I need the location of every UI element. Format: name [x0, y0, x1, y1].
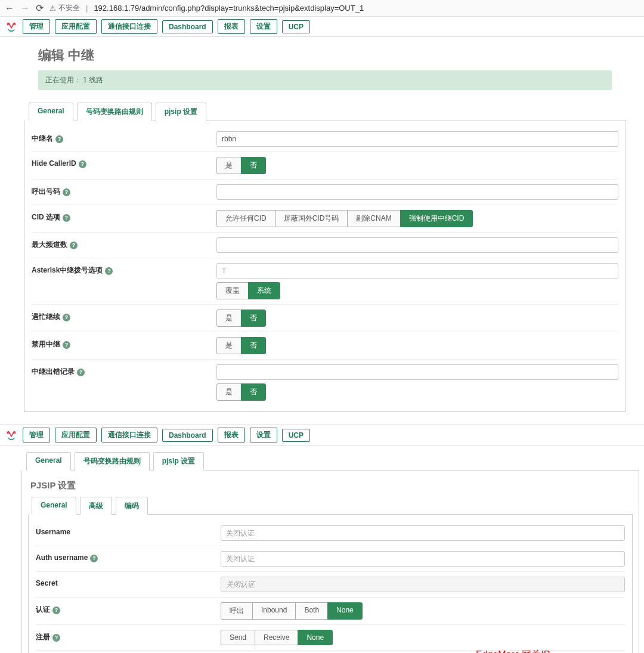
register-label: 注册: [36, 633, 50, 641]
secret-input: [221, 577, 625, 592]
topbar-lower: 管理 应用配置 通信接口连接 Dashboard 报表 设置 UCP: [0, 425, 644, 445]
nav-connectivity[interactable]: 通信接口连接: [101, 19, 157, 34]
in-use-banner: 正在使用： 1 线路: [38, 70, 612, 90]
pjsip-tab-general[interactable]: General: [32, 497, 76, 515]
auth-both[interactable]: Both: [295, 602, 328, 620]
continue-busy-yes[interactable]: 是: [216, 310, 242, 327]
help-icon[interactable]: ?: [63, 314, 70, 321]
trunk-name-input[interactable]: [216, 131, 618, 147]
register-send[interactable]: Send: [221, 630, 255, 645]
tab-general[interactable]: General: [29, 103, 73, 120]
topbar-upper: 管理 应用配置 通信接口连接 Dashboard 报表 设置 UCP: [0, 17, 644, 37]
forward-icon[interactable]: →: [20, 3, 30, 14]
secret-label: Secret: [36, 579, 58, 587]
auth-username-label: Auth username: [36, 553, 88, 562]
auth-inbound[interactable]: Inbound: [252, 602, 296, 620]
nav-settings[interactable]: 设置: [250, 19, 277, 34]
max-channels-input[interactable]: [216, 237, 618, 253]
hide-cid-label: Hide CallerID: [32, 159, 76, 168]
pjsip-tab-codecs[interactable]: 编码: [116, 497, 148, 515]
pjsip-panel: Username Auth username? Secret 认证? 呼出 In…: [28, 515, 633, 653]
pjsip-tab-advanced[interactable]: 高级: [80, 497, 112, 515]
username-label: Username: [36, 528, 70, 536]
tab-general-lower[interactable]: General: [26, 452, 71, 471]
tab-dialplan-lower[interactable]: 号码变换路由规则: [75, 452, 150, 471]
err-record-no[interactable]: 否: [241, 383, 266, 401]
dial-opts-label: Asterisk中继拨号选项: [32, 266, 103, 274]
nav-connectivity[interactable]: 通信接口连接: [101, 428, 157, 442]
help-icon[interactable]: ?: [79, 160, 86, 168]
trunk-name-label: 中继名: [32, 134, 53, 143]
continue-busy-toggle[interactable]: 是否: [216, 310, 266, 327]
hide-cid-toggle[interactable]: 是否: [216, 157, 266, 174]
hide-cid-no[interactable]: 否: [241, 157, 266, 174]
warning-icon: ⚠: [49, 4, 56, 13]
hide-cid-yes[interactable]: 是: [216, 157, 242, 174]
help-icon[interactable]: ?: [77, 369, 85, 376]
disable-trunk-toggle[interactable]: 是否: [216, 337, 266, 354]
register-none[interactable]: None: [298, 630, 333, 645]
err-record-toggle[interactable]: 是否: [216, 383, 266, 401]
out-cid-input[interactable]: [216, 184, 618, 200]
upper-section: 管理 应用配置 通信接口连接 Dashboard 报表 设置 UCP 编辑 中继…: [0, 17, 644, 424]
auth-none[interactable]: None: [327, 602, 363, 620]
annotation-edgemarc: EdgeMarc 网关IP: [476, 649, 550, 653]
register-receive[interactable]: Receive: [255, 630, 298, 645]
help-icon[interactable]: ?: [63, 188, 70, 196]
browser-bar: ← → ⟳ ⚠ 不安全 | 192.168.1.79/admin/config.…: [0, 0, 644, 17]
nav-settings[interactable]: 设置: [250, 428, 277, 442]
disable-trunk-no[interactable]: 否: [241, 337, 266, 354]
tab-pjsip-lower[interactable]: pjsip 设置: [153, 452, 204, 471]
register-group[interactable]: Send Receive None: [221, 630, 333, 645]
nav-dashboard[interactable]: Dashboard: [162, 429, 213, 442]
nav-admin[interactable]: 管理: [23, 428, 50, 442]
err-record-yes[interactable]: 是: [216, 383, 242, 401]
auth-group[interactable]: 呼出 Inbound Both None: [221, 602, 363, 620]
lower-section: 管理 应用配置 通信接口连接 Dashboard 报表 设置 UCP Gener…: [0, 424, 644, 653]
cid-opt-remove-cnam[interactable]: 剔除CNAM: [347, 210, 400, 227]
back-icon[interactable]: ←: [5, 3, 14, 14]
help-icon[interactable]: ?: [70, 242, 78, 249]
nav-app-config[interactable]: 应用配置: [55, 19, 97, 34]
cid-opt-force-trunk[interactable]: 强制使用中继CID: [400, 210, 473, 227]
username-input[interactable]: [221, 525, 625, 541]
dial-opt-system[interactable]: 系统: [248, 282, 280, 299]
help-icon[interactable]: ?: [55, 135, 63, 143]
nav-reports[interactable]: 报表: [218, 19, 245, 34]
tab-dialplan[interactable]: 号码变换路由规则: [77, 103, 152, 120]
nav-app-config[interactable]: 应用配置: [55, 428, 97, 442]
logo-icon: [5, 430, 18, 441]
tab-pjsip[interactable]: pjsip 设置: [156, 103, 206, 120]
auth-username-input[interactable]: [221, 551, 625, 567]
auth-outbound[interactable]: 呼出: [221, 602, 253, 620]
continue-busy-no[interactable]: 否: [241, 310, 266, 327]
cid-options-group[interactable]: 允许任何CID 屏蔽国外CID号码 剔除CNAM 强制使用中继CID: [216, 210, 473, 227]
help-icon[interactable]: ?: [52, 606, 60, 614]
url-text[interactable]: 192.168.1.79/admin/config.php?display=tr…: [94, 4, 364, 13]
reload-icon[interactable]: ⟳: [36, 2, 44, 14]
dial-opt-override[interactable]: 覆盖: [216, 282, 249, 299]
help-icon[interactable]: ?: [90, 555, 98, 562]
disable-trunk-yes[interactable]: 是: [216, 337, 242, 354]
err-record-label: 中继出错记录: [32, 367, 75, 376]
auth-label: 认证: [36, 605, 50, 614]
help-icon[interactable]: ?: [52, 634, 60, 642]
general-panel: 中继名? Hide CallerID? 是否 呼出号码? CID 选项? 允许任…: [24, 120, 626, 412]
insecure-label: 不安全: [58, 3, 80, 13]
dial-opts-input[interactable]: [216, 263, 618, 278]
help-icon[interactable]: ?: [105, 267, 113, 275]
cid-opt-allow-any[interactable]: 允许任何CID: [216, 210, 275, 227]
nav-ucp[interactable]: UCP: [282, 429, 310, 442]
insecure-badge: ⚠ 不安全: [49, 3, 80, 13]
main-tabs: General 号码变换路由规则 pjsip 设置: [29, 102, 626, 120]
nav-dashboard[interactable]: Dashboard: [162, 20, 213, 33]
help-icon[interactable]: ?: [63, 214, 70, 222]
err-record-input[interactable]: [216, 364, 618, 380]
dial-opts-toggle[interactable]: 覆盖 系统: [216, 282, 280, 299]
nav-reports[interactable]: 报表: [218, 428, 245, 442]
nav-ucp[interactable]: UCP: [282, 20, 310, 33]
nav-admin[interactable]: 管理: [23, 19, 50, 34]
lower-main-tabs: General 号码变换路由规则 pjsip 设置: [26, 451, 639, 471]
cid-opt-block-foreign[interactable]: 屏蔽国外CID号码: [275, 210, 348, 227]
help-icon[interactable]: ?: [63, 341, 70, 349]
